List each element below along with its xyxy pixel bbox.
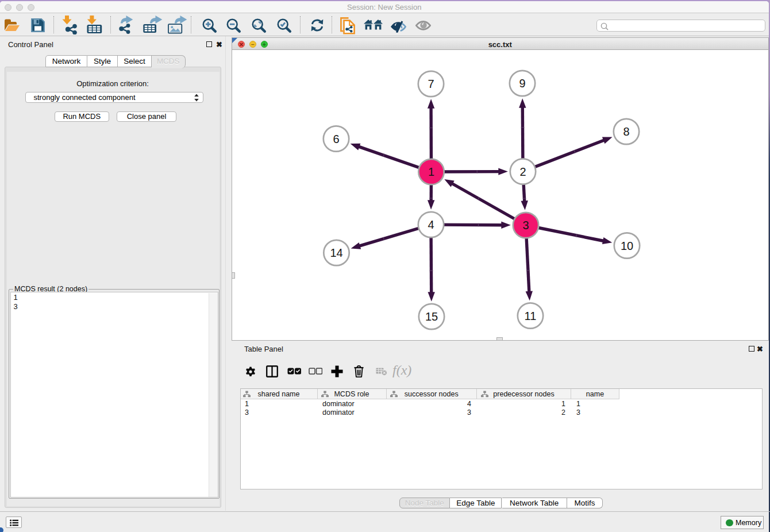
svg-text:10: 10 [621, 239, 633, 252]
svg-text:1: 1 [428, 165, 434, 178]
svg-text:3: 3 [522, 219, 529, 232]
svg-text:4: 4 [428, 218, 434, 231]
svg-text:9: 9 [519, 77, 525, 90]
svg-text:15: 15 [425, 310, 438, 323]
svg-text:6: 6 [333, 132, 339, 145]
svg-text:8: 8 [623, 125, 629, 138]
svg-text:11: 11 [525, 309, 537, 322]
svg-text:14: 14 [330, 246, 342, 259]
svg-text:2: 2 [519, 165, 526, 178]
svg-text:7: 7 [428, 78, 434, 90]
